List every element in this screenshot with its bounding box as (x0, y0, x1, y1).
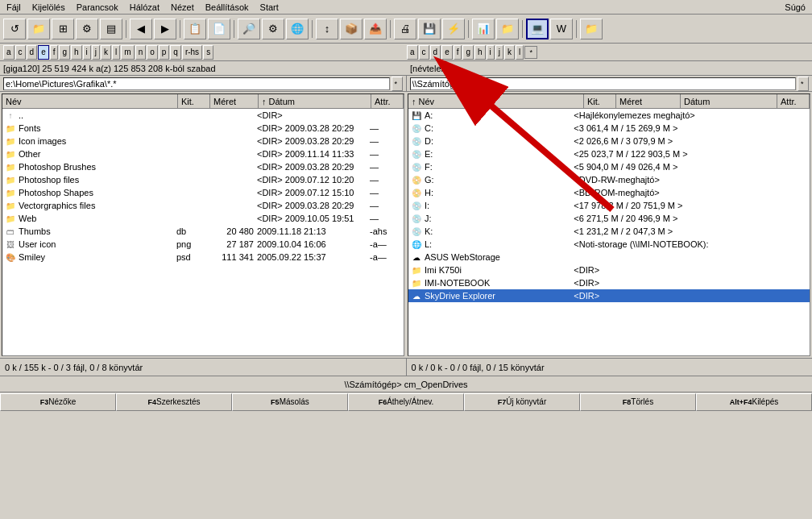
tb-right[interactable]: ▶ (154, 19, 176, 39)
right-drive-a[interactable]: a (407, 45, 418, 60)
right-drive-d[interactable]: d (430, 45, 441, 60)
right-col-size[interactable]: Méret (616, 94, 681, 108)
menu-parancsok[interactable]: Parancsok (72, 2, 123, 13)
right-col-attr[interactable]: Attr. (777, 94, 810, 108)
left-drive-m[interactable]: m (121, 45, 134, 60)
right-row-h[interactable]: 📀 H: <BD-ROM-meghajtó> (408, 186, 810, 199)
right-row-e[interactable]: 💿 E: <25 023,7 M / 122 903,5 M > (408, 147, 810, 160)
tb-folder[interactable]: 📁 (496, 19, 519, 39)
right-drive-f[interactable]: f (454, 45, 462, 60)
right-row-l[interactable]: 🌐 L: <Noti-storage (\\IMI-NOTEBOOK): (408, 238, 810, 251)
tb-bolt[interactable]: ⚡ (442, 19, 465, 39)
tb-sync[interactable]: ↕ (316, 19, 338, 39)
fn7-button[interactable]: F7 Új könyvtár (464, 393, 580, 411)
left-drive-q[interactable]: q (170, 45, 181, 60)
tb-unpack[interactable]: 📤 (364, 19, 387, 39)
right-col-kit[interactable]: Kit. (584, 94, 616, 108)
tb-search[interactable]: 🔎 (238, 19, 260, 39)
path-input-left[interactable] (3, 77, 390, 90)
tb-copy[interactable]: 📋 (184, 19, 206, 39)
right-drive-g[interactable]: g (462, 45, 474, 60)
tb-chart[interactable]: 📊 (472, 19, 495, 39)
left-drive-h[interactable]: h (71, 45, 82, 60)
menu-beallitasok[interactable]: Beállítások (201, 2, 254, 13)
left-drive-r[interactable]: r-hs (182, 45, 202, 60)
right-drive-more[interactable]: * (524, 46, 537, 59)
fn8-button[interactable]: F8 Törlés (580, 393, 696, 411)
left-drive-g[interactable]: g (59, 45, 70, 60)
right-drive-h[interactable]: h (474, 45, 486, 60)
left-row-thumbs[interactable]: 🗃 Thumbs db 20 480 2009.11.18 21:13 -ahs (2, 225, 404, 238)
tb-drive-highlight[interactable]: 💻 (526, 19, 549, 39)
menu-kijeloles[interactable]: Kijelölés (27, 2, 70, 13)
right-row-i[interactable]: 💿 I: <17 978,3 M / 20 751,9 M > (408, 199, 810, 212)
left-row-psbr[interactable]: 📁 Photoshop Brushes <DIR> 2009.03.28 20:… (2, 160, 404, 173)
right-drive-c[interactable]: c (419, 45, 429, 60)
left-row-up[interactable]: ↑ .. <DIR> (2, 109, 404, 122)
left-col-date[interactable]: ↑ Dátum (259, 94, 371, 108)
left-row-smiley[interactable]: 🎨 Smiley psd 111 341 2005.09.22 15:37 -a… (2, 251, 404, 264)
right-row-d[interactable]: 💿 D: <2 026,6 M / 3 079,9 M > (408, 135, 810, 147)
menu-nezet[interactable]: Nézet (166, 2, 199, 13)
menu-start[interactable]: Start (255, 2, 284, 13)
tb-briefcase[interactable]: 📁 (27, 19, 50, 39)
right-row-imik750[interactable]: 📁 Imi K750i <DIR> (408, 264, 810, 276)
right-row-asus[interactable]: ☁ ASUS WebStorage (408, 251, 810, 264)
right-row-iminb[interactable]: 📁 IMI-NOTEBOOK <DIR> (408, 276, 810, 289)
right-col-name[interactable]: ↑ Név (408, 94, 584, 108)
tb-cmd[interactable]: ⚙ (76, 19, 98, 39)
right-row-skydrive[interactable]: ☁ SkyDrive Explorer <DIR> (408, 289, 810, 302)
left-col-attr[interactable]: Attr. (371, 94, 404, 108)
tb-save[interactable]: 💾 (418, 19, 441, 39)
right-drive-e[interactable]: e (441, 45, 453, 60)
fn4-button[interactable]: F4 Szerkesztés (116, 393, 232, 411)
menu-fajl[interactable]: Fájl (2, 2, 26, 13)
fn3-button[interactable]: F3 Nézőke (0, 393, 116, 411)
left-row-fonts[interactable]: 📁 Fonts <DIR> 2009.03.28 20:29 — (2, 122, 404, 135)
right-row-j[interactable]: 💿 J: <6 271,5 M / 20 496,9 M > (408, 212, 810, 225)
right-drive-j[interactable]: j (495, 45, 503, 60)
left-drive-p[interactable]: p (159, 45, 170, 60)
left-drive-o[interactable]: o (147, 45, 158, 60)
left-drive-l[interactable]: l (112, 45, 120, 60)
menu-halozat[interactable]: Hálózat (125, 2, 164, 13)
left-drive-f[interactable]: f (50, 45, 59, 60)
tb-copy2[interactable]: 📄 (208, 19, 230, 39)
left-col-name[interactable]: Név (2, 94, 178, 108)
right-col-date[interactable]: Dátum (681, 94, 777, 108)
left-drive-s[interactable]: s (203, 45, 213, 60)
left-row-iconimages[interactable]: 📁 Icon images <DIR> 2009.03.28 20:29 — (2, 135, 404, 147)
tb-left[interactable]: ◀ (130, 19, 152, 39)
path-expand-left[interactable]: * (392, 77, 403, 91)
tb-print[interactable]: 🖨 (394, 19, 416, 39)
left-row-psf[interactable]: 📁 Photoshop files <DIR> 2009.07.12 10:20… (2, 173, 404, 186)
right-row-c[interactable]: 💿 C: <3 061,4 M / 15 269,9 M > (408, 122, 810, 135)
left-row-usericon[interactable]: 🖼 User icon png 27 187 2009.10.04 16:06 … (2, 238, 404, 251)
tb-network[interactable]: 🌐 (286, 19, 309, 39)
right-row-a[interactable]: 💾 A: <Hajlékonylemezes meghajtó> (408, 109, 810, 122)
fn5-button[interactable]: F5 Másolás (232, 393, 348, 411)
left-row-web[interactable]: 📁 Web <DIR> 2009.10.05 19:51 — (2, 212, 404, 225)
left-drive-k[interactable]: k (101, 45, 111, 60)
left-drive-c[interactable]: c (15, 45, 26, 60)
menu-sugo[interactable]: Súgó (780, 2, 810, 13)
path-input-right[interactable] (410, 77, 797, 90)
left-row-other[interactable]: 📁 Other <DIR> 2009.11.14 11:33 — (2, 147, 404, 160)
right-drive-l[interactable]: l (516, 45, 524, 60)
left-row-pss[interactable]: 📁 Photoshop Shapes <DIR> 2009.07.12 15:1… (2, 186, 404, 199)
fn6-button[interactable]: F6 Áthely/Átnev. (348, 393, 464, 411)
tb-refresh[interactable]: ↺ (3, 19, 26, 39)
tb-icon[interactable]: ▤ (100, 19, 122, 39)
tb-pack[interactable]: 📦 (340, 19, 362, 39)
right-row-g[interactable]: 📀 G: <DVD-RW-meghajtó> (408, 173, 810, 186)
right-drive-k[interactable]: k (504, 45, 515, 60)
left-col-size[interactable]: Méret (210, 94, 259, 108)
fnalt4-button[interactable]: Alt+F4 Kilépés (696, 393, 812, 411)
left-drive-j[interactable]: j (92, 45, 100, 60)
right-row-k[interactable]: 💿 K: <1 231,2 M / 2 047,3 M > (408, 225, 810, 238)
path-expand-right[interactable]: * (798, 77, 809, 91)
tb-word[interactable]: W (550, 19, 573, 39)
tb-view[interactable]: ⊞ (52, 19, 74, 39)
tb-last[interactable]: 📁 (580, 19, 603, 39)
right-drive-i[interactable]: i (487, 45, 495, 60)
